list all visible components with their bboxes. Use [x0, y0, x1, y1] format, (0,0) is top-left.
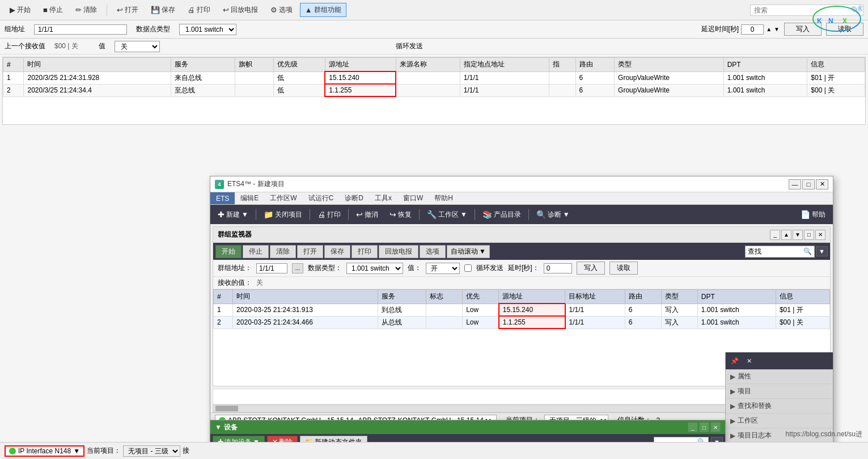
menu-ets[interactable]: ETS [210, 192, 235, 204]
device-panel-header: ▼ 设备 _ □ ✕ [210, 420, 725, 434]
device-min-btn[interactable]: _ [688, 422, 698, 432]
delay-spinner-down[interactable]: ▼ [774, 26, 780, 32]
gm-start-btn[interactable]: 开始 [215, 245, 242, 258]
minimize-button[interactable]: — [789, 179, 801, 190]
value-select[interactable]: 关 开 [115, 41, 160, 52]
gm-open-btn[interactable]: 打开 [297, 245, 323, 258]
cell-source: 1.1.255 [325, 84, 396, 96]
ets-toolbar: ✚ 新建 ▼ 📁 关闭项目 🖨 打印 ↩ 撤消 ↪ 恢复 [210, 205, 833, 224]
menu-tools[interactable]: 工具x [369, 192, 397, 204]
menu-diagnose[interactable]: 诊断D [339, 192, 369, 204]
right-panel-pin-btn[interactable]: 📌 [728, 356, 742, 367]
project-select[interactable]: 无项目 - 三级 [123, 445, 180, 457]
gm-triangle2-btn[interactable]: ▼ [793, 230, 803, 240]
undo-btn[interactable]: ↩ 撤消 [351, 208, 383, 222]
device-expand-btn[interactable]: □ [699, 422, 709, 432]
device-panel-btns: _ □ ✕ [688, 422, 721, 432]
menu-help[interactable]: 帮助H [429, 192, 459, 204]
start-button[interactable]: ▶ 开始 [5, 3, 36, 17]
col-service: 服务 [171, 58, 235, 72]
gm-search-icon[interactable]: 🔍 [803, 247, 812, 255]
gm-cell-dpt: 1.001 switch [697, 316, 776, 329]
gm-filter-btn[interactable]: ▼ [816, 246, 828, 256]
workspace-btn[interactable]: 🔧 工作区 ▼ [422, 208, 472, 222]
gm-value-select[interactable]: 开 关 [426, 263, 460, 274]
catalog-icon: 📚 [482, 210, 492, 219]
gm-cell-service: 从总线 [378, 316, 426, 329]
properties-label: 属性 [738, 372, 751, 381]
redo-btn[interactable]: ↪ 恢复 [384, 208, 417, 222]
cell-flag [235, 71, 274, 84]
gm-close-btn[interactable]: ✕ [815, 230, 825, 240]
gm-triangle-btn[interactable]: ▲ [781, 230, 791, 240]
save-button[interactable]: 💾 保存 [146, 3, 180, 17]
menu-workspace[interactable]: 工作区W [264, 192, 302, 204]
clear-button[interactable]: ✏ 清除 [70, 3, 102, 17]
close-project-btn[interactable]: 📁 关闭项目 [259, 208, 307, 222]
gm-loop-checkbox[interactable] [464, 264, 472, 272]
close-button[interactable]: ✕ [816, 179, 828, 190]
diagnose-arrow: ▼ [563, 210, 570, 218]
menu-window[interactable]: 窗口W [397, 192, 429, 204]
main-table-area: # 时间 服务 旗帜 优先级 源地址 来源名称 指定地点地址 指 路由 类型 D… [2, 57, 866, 125]
ets-content: 群组监视器 _ ▲ ▼ □ ✕ 开始 停止 清除 [210, 224, 833, 427]
gm-print-btn[interactable]: 打印 [352, 245, 378, 258]
replay-button[interactable]: ↩ 回放电报 [218, 3, 263, 17]
diagnose-btn[interactable]: 🔍 诊断 ▼ [531, 208, 575, 222]
cell-dpt: 1.001 switch [723, 84, 807, 96]
gm-addr-input[interactable] [256, 263, 287, 273]
device-close-btn[interactable]: ✕ [710, 422, 721, 432]
data-type-select[interactable]: 1.001 switch [179, 24, 236, 35]
right-panel-workspace[interactable]: ▶ 工作区 [726, 414, 833, 428]
gm-delay-input[interactable] [544, 263, 572, 273]
open-button[interactable]: ↩ 打开 [112, 3, 143, 17]
gm-col-dpt: DPT [697, 290, 776, 304]
options-button[interactable]: ⚙ 选项 [265, 3, 298, 17]
gm-expand-btn[interactable]: □ [804, 230, 814, 240]
gm-col-service: 服务 [378, 290, 426, 304]
gm-datatype-select[interactable]: 1.001 switch [346, 263, 403, 274]
gm-delay-label: 延时[秒]： [508, 263, 539, 273]
gm-clear-btn[interactable]: 清除 [270, 245, 296, 258]
sep2 [310, 209, 310, 220]
help-btn[interactable]: 📄 帮助 [795, 208, 831, 222]
gm-write-btn[interactable]: 写入 [577, 262, 605, 275]
gm-replay-btn[interactable]: 回放电报 [379, 245, 418, 258]
col-type: 类型 [615, 58, 724, 72]
gm-minimize-btn[interactable]: _ [770, 230, 780, 240]
right-panel-project[interactable]: ▶ 项目 [726, 384, 833, 399]
gm-search-input[interactable] [763, 247, 802, 255]
right-panel-close-btn[interactable]: ✕ [744, 356, 755, 367]
right-panel-find-replace[interactable]: ▶ 查找和替换 [726, 399, 833, 414]
connection-status[interactable]: IP Interface N148 ▼ [5, 445, 84, 457]
stop-button[interactable]: ■ 停止 [38, 3, 68, 17]
gm-addr-btn[interactable]: ... [292, 263, 303, 273]
gm-options-btn[interactable]: 选项 [420, 245, 446, 258]
open-icon: ↩ [117, 6, 123, 14]
maximize-button[interactable]: □ [802, 179, 815, 190]
gm-stop-btn[interactable]: 停止 [243, 245, 269, 258]
print-btn[interactable]: 🖨 打印 [312, 208, 346, 222]
delay-spinner-up[interactable]: ▲ [766, 26, 772, 32]
find-replace-label: 查找和替换 [738, 401, 772, 411]
menu-trial[interactable]: 试运行C [303, 192, 340, 204]
product-catalog-btn[interactable]: 📚 产品目录 [477, 208, 526, 222]
gm-save-btn[interactable]: 保存 [324, 245, 350, 258]
save-icon: 💾 [151, 6, 160, 14]
menu-edit[interactable]: 编辑E [235, 192, 264, 204]
cell-time: 2020/3/25 21:24:34.4 [24, 84, 171, 96]
undo-icon: ↩ [356, 210, 363, 219]
right-panel-properties[interactable]: ▶ 属性 [726, 369, 833, 384]
gm-cell-service: 到总线 [378, 304, 426, 316]
gm-cell-priority: Low [463, 304, 499, 316]
print-button[interactable]: 🖨 打印 [183, 3, 215, 17]
options-icon: ⚙ [270, 6, 277, 14]
delay-label: 延迟时间[秒] [701, 24, 739, 34]
group-addr-input[interactable] [34, 24, 127, 35]
delay-input[interactable] [741, 24, 764, 35]
new-btn[interactable]: ✚ 新建 ▼ [213, 208, 253, 222]
auto-scroll-btn[interactable]: 自动滚动 ▼ [447, 245, 490, 258]
gm-read-btn[interactable]: 读取 [609, 262, 638, 275]
group-func-button[interactable]: ▲ 群组功能 [300, 3, 346, 17]
sep5 [475, 209, 475, 220]
